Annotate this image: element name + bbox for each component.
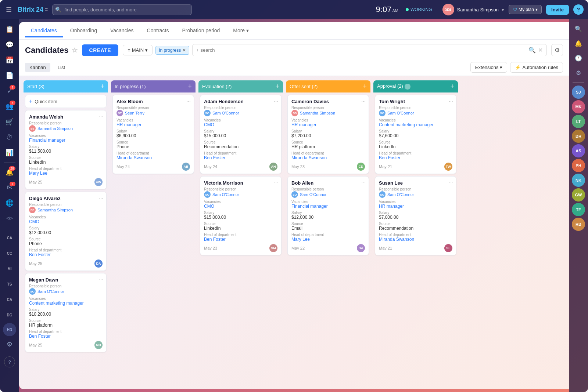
hamburger-icon[interactable]: ☰ xyxy=(4,4,13,15)
card-options-icon[interactable]: ··· xyxy=(274,98,278,104)
sidebar-icon-chat[interactable]: 💬 xyxy=(2,37,17,52)
kanban-card-c2[interactable]: ··· Diego Alvarez Responsible person SS … xyxy=(25,192,107,271)
card-dept-value[interactable]: Mary Lee xyxy=(29,171,103,176)
kanban-card-c5[interactable]: ··· Adam Henderson Responsible person SO… xyxy=(200,95,282,174)
sidebar-label-dg[interactable]: DG xyxy=(2,308,17,322)
card-vacancy-value[interactable]: CMO xyxy=(204,122,277,127)
sidebar-icon-tasks[interactable]: ✓1 xyxy=(2,84,17,98)
filter-main-button[interactable]: ≡ MAIN ▾ xyxy=(123,45,153,55)
card-options-icon[interactable]: ··· xyxy=(99,195,103,201)
right-avatar-9[interactable]: TF xyxy=(572,203,585,216)
sidebar-label-cc[interactable]: CC xyxy=(2,246,17,261)
card-dept-value[interactable]: Ben Foster xyxy=(204,237,277,242)
right-icon-notifications[interactable]: 🔔 xyxy=(572,37,585,50)
kanban-card-c4[interactable]: ··· Alex Bloom Responsible person ST Sea… xyxy=(112,95,194,174)
sidebar-label-mi[interactable]: MI xyxy=(2,261,17,276)
sidebar-icon-feed[interactable]: 📋 xyxy=(2,22,17,37)
sidebar-icon-help[interactable]: ? xyxy=(4,356,15,367)
topbar-search-input[interactable] xyxy=(52,4,192,15)
kanban-card-c10[interactable]: ··· Susan Lee Responsible person SO Sam … xyxy=(375,176,456,255)
card-responsible-person[interactable]: SO Sam O'Connor xyxy=(204,191,277,198)
kanban-card-c9[interactable]: ··· Tom Wright Responsible person SO Sam… xyxy=(375,95,456,174)
right-avatar-3[interactable]: LT xyxy=(572,115,585,128)
tab-contracts[interactable]: Contracts xyxy=(141,25,175,37)
kanban-card-c7[interactable]: ··· Cameron Davies Responsible person SS… xyxy=(287,95,369,174)
filter-remove-icon[interactable]: ✕ xyxy=(182,48,186,53)
card-dept-value[interactable]: Ben Foster xyxy=(204,155,277,160)
card-responsible-person[interactable]: SO Sam O'Connor xyxy=(291,191,365,198)
card-dept-value[interactable]: Ben Foster xyxy=(379,155,452,160)
tab-candidates[interactable]: Candidates xyxy=(25,25,63,37)
card-responsible-person[interactable]: SS Samantha Simpson xyxy=(29,125,103,132)
sidebar-icon-settings[interactable]: ⚙ xyxy=(2,337,17,352)
right-icon-search[interactable]: 🔍 xyxy=(572,22,585,35)
user-menu[interactable]: SS Samantha Simpson ▾ xyxy=(442,4,504,15)
kanban-card-c6[interactable]: ··· Victoria Morrison Responsible person… xyxy=(200,176,282,255)
sidebar-icon-code[interactable]: </> xyxy=(2,211,17,226)
kanban-card-c8[interactable]: ··· Bob Allen Responsible person SO Sam … xyxy=(287,176,369,255)
card-options-icon[interactable]: ··· xyxy=(361,179,366,185)
card-vacancy-value[interactable]: Content marketing manager xyxy=(29,301,103,306)
right-avatar-5[interactable]: AS xyxy=(572,144,585,157)
quick-item-button[interactable]: +Quick item xyxy=(25,95,107,108)
automation-rules-button[interactable]: ⚡ Automation rules xyxy=(510,62,563,73)
list-view-button[interactable]: List xyxy=(53,63,69,72)
sidebar-icon-reports[interactable]: 📊 xyxy=(2,145,17,160)
card-responsible-person[interactable]: SO Sam O'Connor xyxy=(29,288,103,295)
right-avatar-6[interactable]: PH xyxy=(572,159,585,172)
kanban-card-c3[interactable]: ··· Megan Dawn Responsible person SO Sam… xyxy=(25,273,107,352)
card-vacancy-value[interactable]: Financial manager xyxy=(29,138,103,143)
sidebar-icon-notifications[interactable]: 🔔28 xyxy=(2,165,17,179)
card-vacancy-value[interactable]: Financial manager xyxy=(291,204,365,209)
invite-button[interactable]: Invite xyxy=(546,5,569,15)
tab-probation[interactable]: Probation period xyxy=(176,25,226,37)
card-options-icon[interactable]: ··· xyxy=(186,98,191,104)
card-options-icon[interactable]: ··· xyxy=(449,98,453,104)
kanban-card-c1[interactable]: ··· Amanda Welsh Responsible person SS S… xyxy=(25,110,107,189)
right-avatar-10[interactable]: RB xyxy=(572,218,585,231)
card-responsible-person[interactable]: SO Sam O'Connor xyxy=(204,110,277,116)
right-avatar-1[interactable]: SJ xyxy=(572,86,585,99)
right-avatar-2[interactable]: MK xyxy=(572,100,585,113)
card-responsible-person[interactable]: SO Sam O'Connor xyxy=(379,110,452,116)
card-dept-value[interactable]: Miranda Swanson xyxy=(379,237,452,242)
card-options-icon[interactable]: ··· xyxy=(99,276,103,282)
card-dept-value[interactable]: Miranda Swanson xyxy=(291,155,365,160)
sidebar-icon-sites[interactable]: 🌐 xyxy=(2,196,17,210)
kanban-view-button[interactable]: Kanban xyxy=(25,63,50,72)
card-dept-value[interactable]: Ben Foster xyxy=(29,334,103,339)
right-icon-settings[interactable]: ⚙ xyxy=(572,66,585,79)
myplan-button[interactable]: 🛡 My plan ▾ xyxy=(509,5,542,14)
sidebar-icon-store[interactable]: 🛒 xyxy=(2,115,17,129)
settings-gear-button[interactable]: ⚙ xyxy=(551,44,563,56)
card-vacancy-value[interactable]: Content marketing manager xyxy=(379,122,452,127)
right-avatar-4[interactable]: BR xyxy=(572,130,585,143)
card-responsible-person[interactable]: SS Samantha Simpson xyxy=(29,207,103,213)
col-add-button-start[interactable]: + xyxy=(100,83,104,90)
help-button[interactable]: ? xyxy=(573,4,584,15)
col-add-button-offersent[interactable]: + xyxy=(363,83,367,90)
card-responsible-person[interactable]: SS Samantha Simpson xyxy=(291,110,365,116)
card-vacancy-value[interactable]: CMO xyxy=(29,219,103,224)
card-dept-value[interactable]: Ben Foster xyxy=(29,252,103,257)
right-icon-history[interactable]: 🕐 xyxy=(572,51,585,65)
right-avatar-8[interactable]: GW xyxy=(572,188,585,202)
sidebar-label-ca[interactable]: CA xyxy=(2,231,17,245)
col-add-button-evaluation[interactable]: + xyxy=(275,83,279,90)
card-options-icon[interactable]: ··· xyxy=(361,98,366,104)
sidebar-icon-worktime[interactable]: ⏱ xyxy=(2,130,17,145)
sidebar-label-ts[interactable]: TS xyxy=(2,277,17,291)
sidebar-icon-crm[interactable]: 👥3 xyxy=(2,99,17,114)
col-add-button-inprogress[interactable]: + xyxy=(188,83,192,90)
card-dept-value[interactable]: Mary Lee xyxy=(291,237,365,242)
card-dept-value[interactable]: Miranda Swanson xyxy=(116,155,190,160)
create-button[interactable]: CREATE xyxy=(82,44,119,56)
card-options-icon[interactable]: ··· xyxy=(449,179,453,185)
favorite-star-icon[interactable]: ☆ xyxy=(72,46,78,54)
sidebar-label-hd[interactable]: HD xyxy=(3,323,16,336)
card-options-icon[interactable]: ··· xyxy=(274,179,278,185)
filter-search-input[interactable] xyxy=(196,47,526,53)
extensions-button[interactable]: Extensions ▾ xyxy=(470,62,508,73)
card-vacancy-value[interactable]: CMO xyxy=(204,204,277,209)
card-options-icon[interactable]: ··· xyxy=(99,113,103,119)
